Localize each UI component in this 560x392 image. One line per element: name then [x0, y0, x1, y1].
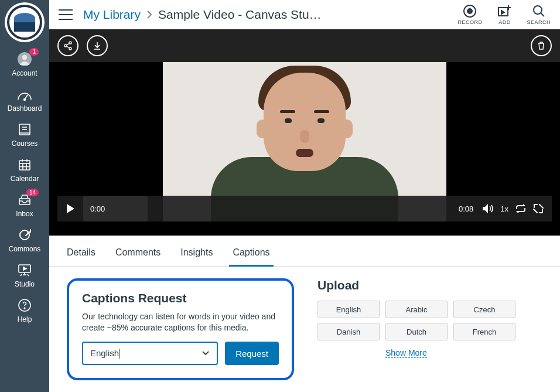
delete-button[interactable] [531, 35, 552, 56]
dashboard-icon [17, 87, 32, 102]
video-player[interactable]: 0:00 0:08 1x [49, 62, 560, 236]
add-media-icon [497, 4, 511, 18]
breadcrumb-library[interactable]: My Library [83, 8, 141, 22]
nav-studio[interactable]: Studio [0, 258, 49, 293]
fullscreen-button[interactable] [530, 203, 547, 214]
nav-calendar[interactable]: Calendar [0, 152, 49, 188]
nav-courses[interactable]: Courses [0, 117, 49, 152]
tab-comments[interactable]: Comments [115, 247, 161, 266]
chevron-right-icon [146, 11, 152, 19]
svg-point-23 [24, 308, 25, 309]
upload-lang-english[interactable]: English [317, 301, 380, 318]
request-button[interactable]: Request [225, 342, 279, 365]
inbox-badge: 14 [26, 189, 39, 196]
nav-inbox[interactable]: 14 Inbox [0, 188, 49, 223]
global-nav: 1 Account Dashboard Courses Calendar 14 … [0, 0, 49, 392]
chevron-down-icon [202, 350, 210, 356]
svg-line-35 [67, 46, 69, 48]
tab-captions[interactable]: Captions [233, 247, 269, 266]
tab-insights[interactable]: Insights [180, 247, 213, 266]
captions-request-box: Captions Request Our technology can list… [67, 278, 294, 380]
institution-logo[interactable] [5, 2, 45, 42]
nav-dashboard[interactable]: Dashboard [0, 82, 49, 117]
record-button[interactable]: RECORD [457, 4, 482, 25]
duration: 0:08 [459, 204, 473, 213]
svg-point-33 [69, 47, 71, 50]
request-description: Our technology can listen for words in y… [82, 311, 279, 333]
request-heading: Captions Request [82, 291, 279, 305]
video-toolbar [49, 29, 560, 62]
upload-lang-danish[interactable]: Danish [317, 323, 380, 340]
tab-details[interactable]: Details [67, 247, 95, 266]
upload-heading: Upload [317, 278, 542, 292]
upload-lang-czech[interactable]: Czech [453, 301, 515, 318]
captions-panel: Captions Request Our technology can list… [49, 267, 560, 392]
upload-section: Upload English Arabic Czech Danish Dutch… [317, 278, 542, 380]
current-time: 0:00 [83, 196, 148, 221]
svg-rect-8 [19, 161, 30, 170]
language-select[interactable]: English [82, 342, 218, 365]
breadcrumb: My Library Sample Video - Canvas Stu… [83, 8, 457, 22]
nav-account[interactable]: 1 Account [0, 47, 49, 82]
help-icon [17, 298, 32, 313]
upload-lang-arabic[interactable]: Arabic [385, 301, 448, 318]
media-tabs: Details Comments Insights Captions [49, 236, 560, 267]
record-icon [463, 4, 477, 18]
svg-line-20 [21, 274, 22, 276]
svg-point-32 [64, 45, 67, 47]
breadcrumb-title: Sample Video - Canvas Stu… [158, 8, 322, 22]
search-button[interactable]: SEARCH [527, 4, 551, 25]
account-badge: 1 [29, 48, 39, 56]
svg-line-21 [28, 274, 29, 276]
player-controls: 0:00 0:08 1x [57, 196, 552, 221]
svg-point-31 [69, 42, 71, 44]
play-button[interactable] [57, 196, 83, 221]
loop-button[interactable] [512, 204, 530, 213]
svg-line-34 [67, 43, 69, 45]
book-icon [17, 122, 32, 137]
nav-help[interactable]: Help [0, 293, 49, 328]
top-bar: My Library Sample Video - Canvas Stu… RE… [49, 0, 560, 29]
volume-button[interactable] [479, 203, 497, 214]
svg-line-30 [541, 13, 544, 16]
svg-point-3 [24, 99, 26, 101]
svg-point-29 [534, 6, 542, 14]
commons-icon [17, 227, 32, 243]
svg-rect-15 [19, 199, 30, 204]
download-button[interactable] [87, 35, 108, 56]
svg-point-25 [467, 8, 473, 14]
upload-lang-dutch[interactable]: Dutch [385, 323, 448, 340]
video-area: 0:00 0:08 1x [49, 29, 560, 236]
nav-commons[interactable]: Commons [0, 223, 49, 258]
svg-point-1 [22, 55, 27, 60]
playback-speed[interactable]: 1x [500, 204, 508, 213]
menu-toggle[interactable] [59, 9, 73, 20]
upload-lang-french[interactable]: French [453, 323, 515, 340]
studio-icon [17, 263, 32, 278]
share-button[interactable] [57, 35, 78, 56]
add-button[interactable]: ADD [497, 4, 511, 25]
calendar-icon [17, 157, 32, 172]
show-more-link[interactable]: Show More [385, 348, 427, 358]
search-icon [532, 4, 546, 18]
